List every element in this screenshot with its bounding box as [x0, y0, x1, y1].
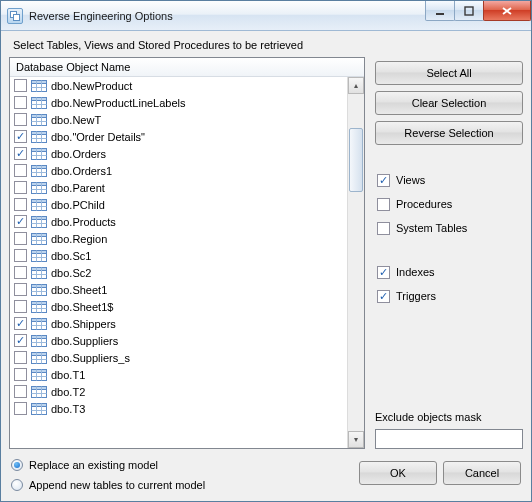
item-checkbox[interactable]	[14, 266, 27, 279]
system-tables-checkbox[interactable]	[377, 222, 390, 235]
table-icon	[31, 198, 47, 212]
item-checkbox[interactable]	[14, 164, 27, 177]
replace-model-row[interactable]: Replace an existing model	[11, 457, 349, 473]
svg-rect-18	[32, 131, 47, 134]
item-checkbox[interactable]	[14, 402, 27, 415]
list-item[interactable]: dbo.T1	[10, 366, 347, 383]
append-model-row[interactable]: Append new tables to current model	[11, 477, 349, 493]
indexes-checkbox[interactable]	[377, 266, 390, 279]
list-item[interactable]: dbo."Order Details"	[10, 128, 347, 145]
item-checkbox[interactable]	[14, 130, 27, 143]
item-label: dbo.Products	[51, 216, 116, 228]
item-checkbox[interactable]	[14, 334, 27, 347]
procedures-checkbox-row[interactable]: Procedures	[375, 195, 523, 213]
scroll-thumb[interactable]	[349, 128, 363, 192]
item-label: dbo.Sheet1	[51, 284, 107, 296]
item-checkbox[interactable]	[14, 215, 27, 228]
list-item[interactable]: dbo.Orders	[10, 145, 347, 162]
exclude-mask-label: Exclude objects mask	[375, 411, 523, 423]
replace-model-radio[interactable]	[11, 459, 23, 471]
list-item[interactable]: dbo.NewProductLineLabels	[10, 94, 347, 111]
clear-selection-button[interactable]: Clear Selection	[375, 91, 523, 115]
item-checkbox[interactable]	[14, 79, 27, 92]
list-item[interactable]: dbo.PChild	[10, 196, 347, 213]
svg-rect-28	[32, 165, 47, 168]
titlebar: Reverse Engineering Options	[1, 1, 531, 31]
list-item[interactable]: dbo.Sc2	[10, 264, 347, 281]
list-item[interactable]: dbo.T3	[10, 400, 347, 417]
item-checkbox[interactable]	[14, 198, 27, 211]
list-item[interactable]: dbo.Sheet1	[10, 281, 347, 298]
scroll-track[interactable]	[348, 94, 364, 431]
triggers-checkbox[interactable]	[377, 290, 390, 303]
item-label: dbo.Sc2	[51, 267, 91, 279]
item-label: dbo.T1	[51, 369, 85, 381]
system-tables-label: System Tables	[396, 222, 467, 234]
append-model-label: Append new tables to current model	[29, 479, 205, 491]
procedures-checkbox[interactable]	[377, 198, 390, 211]
item-label: dbo.Suppliers	[51, 335, 118, 347]
list-header[interactable]: Database Object Name	[10, 58, 364, 77]
list-item[interactable]: dbo.Shippers	[10, 315, 347, 332]
triggers-label: Triggers	[396, 290, 436, 302]
list-item[interactable]: dbo.NewT	[10, 111, 347, 128]
svg-rect-58	[32, 267, 47, 270]
table-icon	[31, 351, 47, 365]
vertical-scrollbar[interactable]: ▴ ▾	[347, 77, 364, 448]
close-button[interactable]	[483, 1, 531, 21]
list-item[interactable]: dbo.T2	[10, 383, 347, 400]
list-item[interactable]: dbo.Suppliers_s	[10, 349, 347, 366]
item-label: dbo.Orders	[51, 148, 106, 160]
svg-rect-83	[32, 352, 47, 355]
list-header-label: Database Object Name	[16, 61, 130, 73]
views-checkbox[interactable]	[377, 174, 390, 187]
item-checkbox[interactable]	[14, 300, 27, 313]
table-icon	[31, 113, 47, 127]
item-label: dbo.PChild	[51, 199, 105, 211]
svg-rect-53	[32, 250, 47, 253]
list-item[interactable]: dbo.Sheet1$	[10, 298, 347, 315]
window-title: Reverse Engineering Options	[29, 10, 173, 22]
svg-rect-13	[32, 114, 47, 117]
list-item[interactable]: dbo.Region	[10, 230, 347, 247]
svg-rect-33	[32, 182, 47, 185]
table-icon	[31, 181, 47, 195]
item-checkbox[interactable]	[14, 181, 27, 194]
triggers-checkbox-row[interactable]: Triggers	[375, 287, 523, 305]
item-checkbox[interactable]	[14, 317, 27, 330]
maximize-button[interactable]	[454, 1, 484, 21]
indexes-checkbox-row[interactable]: Indexes	[375, 263, 523, 281]
item-checkbox[interactable]	[14, 113, 27, 126]
svg-rect-48	[32, 233, 47, 236]
list-item[interactable]: dbo.NewProduct	[10, 77, 347, 94]
list-item[interactable]: dbo.Products	[10, 213, 347, 230]
item-checkbox[interactable]	[14, 96, 27, 109]
svg-rect-98	[32, 403, 47, 406]
item-label: dbo.Sheet1$	[51, 301, 113, 313]
cancel-button[interactable]: Cancel	[443, 461, 521, 485]
system-tables-checkbox-row[interactable]: System Tables	[375, 219, 523, 237]
ok-button[interactable]: OK	[359, 461, 437, 485]
item-checkbox[interactable]	[14, 249, 27, 262]
item-checkbox[interactable]	[14, 283, 27, 296]
append-model-radio[interactable]	[11, 479, 23, 491]
window-buttons	[426, 1, 531, 21]
list-item[interactable]: dbo.Orders1	[10, 162, 347, 179]
list-item[interactable]: dbo.Sc1	[10, 247, 347, 264]
exclude-mask-input[interactable]	[375, 429, 523, 449]
reverse-selection-button[interactable]: Reverse Selection	[375, 121, 523, 145]
list-item[interactable]: dbo.Suppliers	[10, 332, 347, 349]
list-item[interactable]: dbo.Parent	[10, 179, 347, 196]
item-checkbox[interactable]	[14, 368, 27, 381]
scroll-down-button[interactable]: ▾	[348, 431, 364, 448]
item-checkbox[interactable]	[14, 351, 27, 364]
views-checkbox-row[interactable]: Views	[375, 171, 523, 189]
item-checkbox[interactable]	[14, 385, 27, 398]
scroll-up-button[interactable]: ▴	[348, 77, 364, 94]
item-checkbox[interactable]	[14, 147, 27, 160]
object-list[interactable]: Database Object Name dbo.NewProductdbo.N…	[9, 57, 365, 449]
select-all-button[interactable]: Select All	[375, 61, 523, 85]
table-icon	[31, 130, 47, 144]
minimize-button[interactable]	[425, 1, 455, 21]
item-checkbox[interactable]	[14, 232, 27, 245]
